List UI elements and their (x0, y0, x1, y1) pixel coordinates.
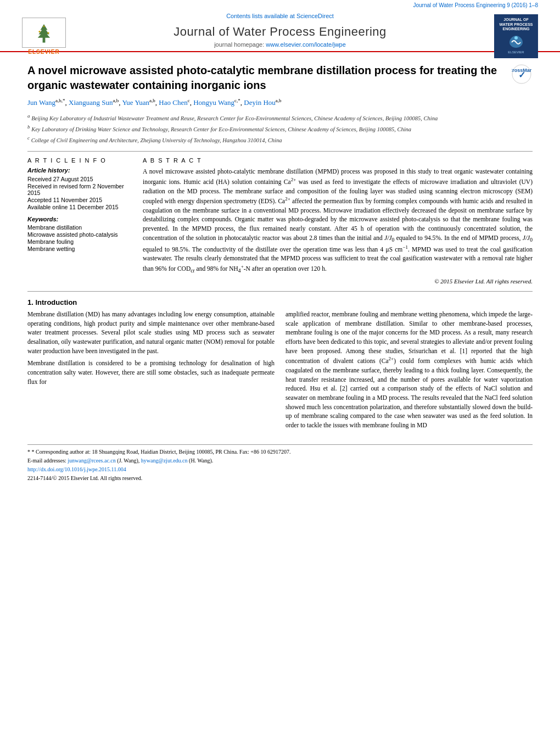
affiliation-c: c College of Civil Engineering and Archi… (27, 135, 533, 144)
accepted-date: Accepted 11 November 2015 (27, 197, 132, 203)
keyword-3: Membrane fouling (27, 238, 132, 245)
logo-line-3: ENGINEERING (500, 27, 533, 31)
corresponding-text: * Corresponding author at: 18 Shuangqing… (32, 449, 291, 455)
article-title: A novel microwave assisted photo-catalyt… (27, 63, 511, 93)
homepage-url[interactable]: www.elsevier.com/locate/jwpe (266, 41, 346, 48)
received-date: Received 27 August 2015 (27, 176, 132, 182)
elsevier-text: ELSEVIER (28, 49, 59, 55)
abstract-col: A B S T R A C T A novel microwave assist… (143, 157, 533, 284)
email-label: E-mail addresses: (27, 458, 66, 464)
homepage-label: journal homepage: (214, 41, 264, 48)
intro-para-3: amplified reactor, membrane fouling and … (285, 310, 533, 430)
journal-main-title: Journal of Water Process Engineering (22, 25, 538, 39)
intro-body: Membrane distillation (MD) has many adva… (27, 310, 533, 433)
email-line: E-mail addresses: junwang@rcees.ac.cn (J… (27, 457, 533, 465)
affiliations: a Beijing Key Laboratory of Industrial W… (27, 113, 533, 145)
abstract-text: A novel microwave assisted photo-catalyt… (143, 167, 533, 275)
elsevier-logo-box (22, 18, 66, 48)
author-hongyu-wang: Hongyu Wang (193, 98, 234, 107)
affiliation-a: a Beijing Key Laboratory of Industrial W… (27, 113, 533, 122)
issn-line: 2214-7144/© 2015 Elsevier Ltd. All right… (27, 475, 533, 482)
contents-available-text: Contents lists available at (226, 13, 295, 19)
journal-header: Contents lists available at ScienceDirec… (0, 8, 560, 52)
intro-para-2: Membrane distillation is considered to b… (27, 359, 275, 386)
citation-text: Journal of Water Process Engineering 9 (… (413, 2, 538, 8)
svg-point-5 (47, 32, 49, 34)
intro-number: 1. (27, 298, 33, 306)
keyword-4: Membrane wetting (27, 246, 132, 252)
svg-rect-0 (43, 37, 46, 43)
svg-text:✓: ✓ (518, 70, 525, 80)
svg-point-6 (43, 25, 44, 26)
author-yue-yuan: Yue Yuan (122, 98, 149, 107)
available-date: Available online 11 December 2015 (27, 204, 132, 210)
sciencedirect-link[interactable]: ScienceDirect (296, 13, 334, 19)
article-title-section: A novel microwave assisted photo-catalyt… (27, 63, 533, 93)
page: Journal of Water Process Engineering 9 (… (0, 0, 560, 742)
authors-line: Jun Wanga,b,*, Xianguang Suna,b, Yue Yua… (27, 97, 533, 108)
doi-link[interactable]: http://dx.doi.org/10.1016/j.jwpe.2015.11… (27, 466, 126, 472)
intro-para-1: Membrane distillation (MD) has many adva… (27, 310, 275, 355)
abstract-copyright: © 2015 Elsevier Ltd. All rights reserved… (143, 278, 533, 284)
logo-line-2: WATER PROCESS (500, 23, 533, 27)
corresponding-symbol: * (27, 449, 30, 455)
history-label: Article history: (27, 167, 132, 174)
revised-date: Received in revised form 2 November 2015 (27, 183, 132, 196)
article-info-col: A R T I C L E I N F O Article history: R… (27, 157, 132, 284)
doi-line: http://dx.doi.org/10.1016/j.jwpe.2015.11… (27, 466, 533, 473)
journal-title-block: Journal of Water Process Engineering jou… (22, 25, 538, 48)
intro-right-col: amplified reactor, membrane fouling and … (285, 310, 533, 433)
elsevier-logo: ELSEVIER (22, 18, 66, 55)
main-content: A novel microwave assisted photo-catalyt… (0, 52, 560, 494)
logo-line-1: JOURNAL OF (500, 18, 533, 22)
svg-point-7 (514, 36, 518, 40)
keywords-label: Keywords: (27, 216, 132, 222)
journal-header-inner: ELSEVIER Journal of Water Process Engine… (22, 21, 538, 51)
email-2-link[interactable]: hywang@zjut.edu.cn (141, 458, 188, 464)
intro-heading: Introduction (35, 298, 77, 306)
intro-left-col: Membrane distillation (MD) has many adva… (27, 310, 275, 433)
corresponding-note: * * Corresponding author at: 18 Shuangqi… (27, 448, 533, 456)
keyword-1: Membrane distillation (27, 224, 132, 231)
journal-logo-right-bottom: ELSEVIER (508, 51, 524, 54)
citation-line: Journal of Water Process Engineering 9 (… (0, 0, 560, 8)
abstract-heading: A B S T R A C T (143, 157, 533, 164)
email-1-link[interactable]: junwang@rcees.ac.cn (68, 458, 116, 464)
journal-logo-svg (507, 34, 525, 49)
article-info-heading: A R T I C L E I N F O (27, 157, 132, 164)
article-info-abstract-section: A R T I C L E I N F O Article history: R… (27, 151, 533, 284)
svg-point-4 (38, 31, 40, 32)
elsevier-tree-svg (30, 22, 58, 44)
author-deyin-hou: Deyin Hou (244, 98, 275, 107)
crossmark-svg: CrossMark ✓ (512, 64, 531, 84)
intro-title: 1. Introduction (27, 298, 533, 306)
journal-logo-right-title: JOURNAL OF WATER PROCESS ENGINEERING (500, 18, 533, 31)
section-divider (27, 291, 533, 292)
author-jun-wang: Jun Wang (27, 98, 55, 107)
keyword-2: Microwave assisted photo-catalysis (27, 231, 132, 238)
author-xianguang-sun: Xianguang Sun (69, 98, 113, 107)
homepage-line: journal homepage: www.elsevier.com/locat… (22, 41, 538, 48)
affiliation-b: b Key Laboratory of Drinking Water Scien… (27, 124, 533, 133)
footnote-section: * * Corresponding author at: 18 Shuangqi… (27, 444, 533, 482)
author-hao-chen: Hao Chen (159, 98, 187, 107)
crossmark-logo: CrossMark ✓ (511, 63, 533, 85)
journal-logo-right: JOURNAL OF WATER PROCESS ENGINEERING ELS… (494, 14, 538, 58)
